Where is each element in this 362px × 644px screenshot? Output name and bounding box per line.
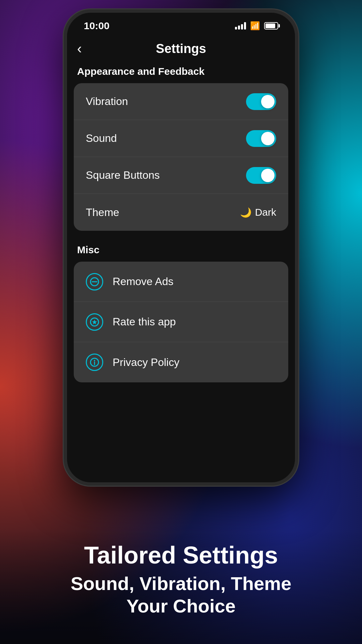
info-circle-icon [86,354,103,371]
privacy-policy-icon-wrapper [86,354,103,371]
volume-up-button [64,117,67,154]
theme-value: 🌙 Dark [240,207,276,218]
tagline-main: Tailored Settings [20,542,342,569]
square-buttons-toggle[interactable] [246,167,276,184]
remove-ads-row[interactable]: Remove Ads [74,262,288,302]
misc-card: Remove Ads Rate this app [74,262,288,382]
bottom-tagline: Tailored Settings Sound, Vibration, Them… [0,529,362,644]
vibration-toggle[interactable] [246,93,276,110]
power-button [295,100,298,133]
back-button[interactable]: ‹ [77,42,82,56]
phone-frame: 10:00 📶 ‹ Settings Appearance and Feedba… [64,9,298,486]
sound-toggle[interactable] [246,130,276,147]
svg-marker-3 [92,320,97,324]
appearance-card: Vibration Sound Square Buttons Theme 🌙 D… [74,83,288,231]
rate-app-label: Rate this app [113,316,176,328]
status-icons: 📶 [235,21,278,31]
remove-ads-icon-wrapper [86,273,103,290]
privacy-policy-row[interactable]: Privacy Policy [74,342,288,382]
battery-icon [264,22,278,30]
minus-circle-icon [86,273,103,290]
moon-icon: 🌙 [240,207,252,218]
sound-label: Sound [86,132,117,145]
square-buttons-row[interactable]: Square Buttons [74,157,288,194]
page-title: Settings [156,42,206,56]
status-time: 10:00 [84,20,110,32]
signal-bars-icon [235,22,246,30]
star-circle-icon [86,313,103,331]
battery-fill [265,23,275,28]
tagline-sub: Sound, Vibration, ThemeYour Choice [20,572,342,617]
rate-app-row[interactable]: Rate this app [74,302,288,342]
vibration-label: Vibration [86,95,128,108]
appearance-section-label: Appearance and Feedback [77,66,285,77]
volume-down-button [64,167,67,204]
mute-button [64,80,67,100]
misc-section-label: Misc [77,244,285,256]
theme-row[interactable]: Theme 🌙 Dark [74,194,288,231]
sound-row[interactable]: Sound [74,120,288,157]
notch [147,13,215,26]
theme-label: Theme [86,206,119,219]
page-header: ‹ Settings [67,35,295,66]
theme-text: Dark [255,207,276,218]
remove-ads-label: Remove Ads [113,275,173,288]
wifi-icon: 📶 [250,21,260,31]
svg-point-5 [94,360,95,361]
privacy-policy-label: Privacy Policy [113,356,179,369]
vibration-row[interactable]: Vibration [74,83,288,120]
phone-screen: 10:00 📶 ‹ Settings Appearance and Feedba… [67,13,295,482]
square-buttons-label: Square Buttons [86,169,160,181]
rate-app-icon-wrapper [86,313,103,331]
